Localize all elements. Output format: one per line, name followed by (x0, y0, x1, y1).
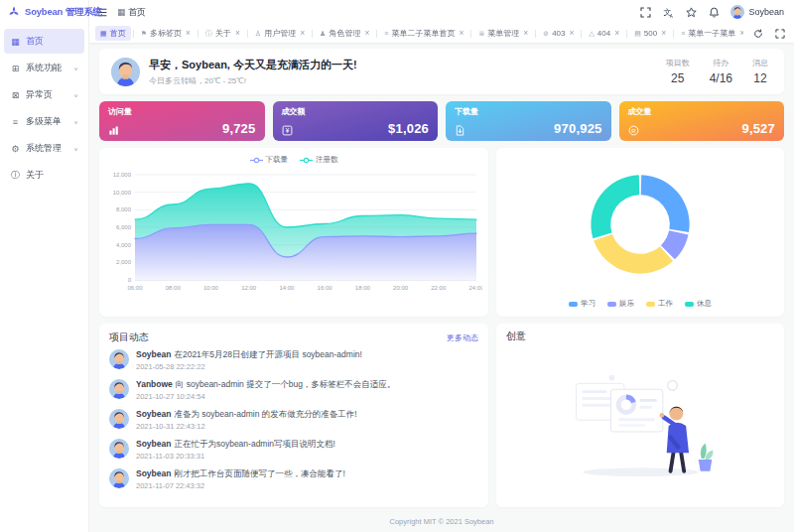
donut-legend-item-1[interactable]: 娱乐 (607, 299, 634, 309)
sidebar-item-1[interactable]: ⊞系统功能∨ (4, 56, 84, 80)
line-chart-card: 下载量注册数 02,0004,0006,0008,00010,00012,000… (99, 148, 488, 317)
user-menu[interactable]: Soybean (730, 5, 784, 19)
sidebar-item-label: 异常页 (26, 88, 53, 101)
tab-8[interactable]: △404× (584, 27, 624, 40)
charts-row: 下载量注册数 02,0004,0006,0008,00010,00012,000… (99, 148, 784, 317)
tab-close-icon[interactable]: × (235, 29, 240, 38)
tab-label: 500 (644, 29, 657, 38)
app-logo[interactable]: Soybean 管理系统 (0, 0, 88, 24)
news-avatar (109, 349, 129, 369)
money-icon: ¥ (282, 125, 293, 136)
svg-text:10,000: 10,000 (113, 190, 132, 196)
project-news-title: 项目动态 (109, 331, 149, 344)
user-avatar (730, 5, 744, 19)
tab-close-icon[interactable]: × (661, 29, 666, 38)
home-icon: ▦ (10, 37, 21, 47)
creative-card: 创意 (496, 324, 784, 507)
tab-separator (376, 30, 377, 38)
donut-legend-item-3[interactable]: 休息 (685, 299, 712, 309)
legend-marker-icon (250, 157, 263, 164)
theme-icon[interactable] (685, 6, 698, 19)
language-icon[interactable]: 文A (662, 6, 675, 19)
tab-5[interactable]: ≡菜单二子菜单首页× (379, 26, 468, 41)
tab-3[interactable]: ♙用户管理× (250, 26, 310, 41)
news-text: Yanbowe向 soybean-admin 提交了一个bug，多标签栏不会自适… (136, 379, 395, 390)
tab-label: 多标签页 (150, 28, 182, 39)
sidebar-item-2[interactable]: ⊠异常页∨ (4, 82, 84, 107)
notification-icon[interactable] (708, 6, 721, 19)
legend-item-1[interactable]: 注册数 (300, 155, 338, 165)
stat-label: 项目数 (666, 58, 690, 68)
news-body: Soybean正在忙于为soybean-admin写项目说明文档!2021-11… (136, 439, 335, 461)
about-icon: ⓘ (10, 169, 21, 182)
news-message: 正在忙于为soybean-admin写项目说明文档! (174, 439, 334, 449)
legend-swatch-icon (607, 302, 616, 307)
tab-close-icon[interactable]: × (364, 29, 369, 38)
donut-legend-item-2[interactable]: 工作 (646, 299, 673, 309)
news-text: Soybean准备为 soybean-admin 的发布做充分的准备工作! (136, 409, 357, 420)
legend-swatch-icon (569, 302, 578, 307)
greeting-texts: 早安，Soybean, 今天又是充满活力的一天! 今日多云转晴，20℃ - 25… (149, 58, 657, 86)
forbidden-icon: ⊘ (543, 30, 549, 38)
tab-close-icon[interactable]: × (739, 29, 743, 38)
legend-label: 学习 (581, 299, 596, 309)
breadcrumb-home-icon: ▦ (117, 7, 125, 17)
tab-2[interactable]: ⓘ关于× (200, 26, 245, 41)
legend-label: 娱乐 (619, 299, 634, 309)
fullscreen-icon[interactable] (639, 6, 652, 19)
sidebar-item-4[interactable]: ⚙系统管理∨ (4, 136, 84, 161)
creative-title: 创意 (506, 330, 774, 343)
stat-cards-row: 访问量9,725成交额¥$1,026下载量970,925成交量R9,527 (99, 101, 784, 141)
stat-card-0: 访问量9,725 (99, 101, 265, 141)
tab-separator (535, 30, 536, 38)
news-user: Yanbowe (136, 379, 173, 389)
refresh-icon[interactable] (751, 27, 764, 40)
news-body: Soybean准备为 soybean-admin 的发布做充分的准备工作!202… (136, 409, 357, 431)
user-avatar-image (111, 58, 140, 86)
tab-10[interactable]: ≡菜单一子菜单× (676, 26, 743, 41)
legend-label: 工作 (658, 299, 673, 309)
tab-label: 首页 (110, 28, 126, 39)
tab-separator (626, 30, 627, 38)
tab-4[interactable]: ♟角色管理× (315, 26, 374, 41)
tab-0[interactable]: ▦首页 (95, 26, 131, 41)
tab-close-icon[interactable]: × (186, 29, 191, 38)
area-line-chart[interactable]: 02,0004,0006,0008,00010,00012,00006:0008… (105, 167, 482, 308)
more-news-link[interactable]: 更多动态 (447, 332, 478, 343)
sidebar-item-3[interactable]: ≡多级菜单∨ (4, 109, 84, 134)
menu-icon: ≡ (681, 30, 685, 37)
news-body: Yanbowe向 soybean-admin 提交了一个bug，多标签栏不会自适… (136, 379, 395, 401)
tab-close-icon[interactable]: × (300, 29, 305, 38)
sidebar-item-5[interactable]: ⓘ关于 (4, 163, 84, 188)
tab-7[interactable]: ⊘403× (538, 27, 579, 40)
tab-1[interactable]: ⚑多标签页× (136, 26, 196, 41)
stat-label: 消息 (752, 58, 768, 68)
tab-separator (312, 30, 313, 38)
tab-6[interactable]: ≣菜单管理× (473, 26, 533, 41)
news-item-3: Soybean正在忙于为soybean-admin写项目说明文档!2021-11… (109, 435, 478, 465)
svg-text:4,000: 4,000 (116, 242, 132, 248)
stat-card-value: 9,725 (222, 121, 256, 136)
news-time: 2021-11-03 20:33:31 (136, 452, 335, 461)
expand-content-icon[interactable] (773, 27, 786, 40)
tab-close-icon[interactable]: × (569, 29, 574, 38)
tab-bar: ▦首页⚑多标签页×ⓘ关于×♙用户管理×♟角色管理×≡菜单二子菜单首页×≣菜单管理… (89, 24, 794, 43)
sidebar-item-0[interactable]: ▦首页 (4, 29, 84, 54)
menu-icon: ≡ (384, 30, 388, 37)
legend-item-0[interactable]: 下载量 (250, 155, 289, 165)
tab-label: 菜单二子菜单首页 (391, 28, 455, 39)
news-body: Soybean在2021年5月28日创建了开源项目 soybean-admin!… (136, 349, 362, 371)
breadcrumb[interactable]: ▦ 首页 (117, 6, 146, 19)
tab-9[interactable]: ▤500× (629, 27, 671, 40)
creative-illustration-wrap (506, 343, 774, 501)
sidebar-item-label: 多级菜单 (26, 115, 62, 128)
donut-chart[interactable] (502, 154, 778, 297)
stat-todos: 待办 4/16 (710, 58, 732, 85)
tab-close-icon[interactable]: × (459, 29, 463, 38)
svg-text:20:00: 20:00 (393, 285, 409, 291)
tab-close-icon[interactable]: × (614, 29, 619, 38)
donut-legend-item-0[interactable]: 学习 (569, 299, 596, 309)
legend-label: 下载量 (266, 155, 289, 165)
tab-close-icon[interactable]: × (523, 29, 528, 38)
stat-card-value: 970,925 (554, 121, 601, 136)
